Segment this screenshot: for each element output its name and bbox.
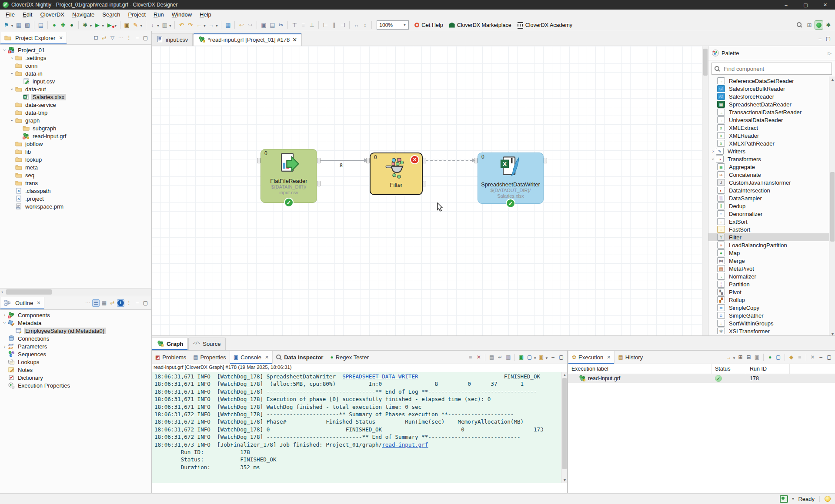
tree-item-data-out[interactable]: ›data-out bbox=[0, 85, 151, 93]
tree-item-data-in[interactable]: ›data-in bbox=[0, 70, 151, 77]
port-stub[interactable] bbox=[544, 158, 547, 163]
save-icon[interactable]: ▦ bbox=[15, 21, 23, 29]
maximize-icon[interactable]: ▢ bbox=[142, 34, 149, 42]
tree-item-lookups[interactable]: Lookups bbox=[0, 358, 151, 366]
palette-item-simplegather[interactable]: ≎SimpleGather bbox=[708, 312, 835, 319]
distribute-v-icon[interactable]: ↕ bbox=[361, 21, 369, 29]
run-server-icon[interactable]: ▶ bbox=[106, 21, 114, 29]
menu-run[interactable]: Run bbox=[150, 10, 168, 19]
clover-highlight-icon[interactable]: ◆ bbox=[788, 354, 795, 361]
dropdown-caret-icon[interactable]: ▼ bbox=[545, 356, 548, 360]
close-icon[interactable]: ✕ bbox=[607, 355, 611, 360]
redo-icon[interactable]: ↷ bbox=[186, 21, 194, 29]
palette-item-pivot[interactable]: ▚Pivot bbox=[708, 288, 835, 296]
tree-item-lib[interactable]: lib bbox=[0, 148, 151, 156]
tree-item-classpath[interactable]: X.classpath bbox=[0, 187, 151, 195]
palette-category-writers[interactable]: ›✎Writers bbox=[708, 147, 835, 155]
frames-icon[interactable]: ▥ bbox=[161, 21, 169, 29]
palette-item-salesforcebulkreader[interactable]: sfSalesforceBulkReader bbox=[708, 85, 835, 93]
new-graph-icon[interactable]: ⚑ bbox=[3, 21, 10, 29]
minimize-button[interactable]: ‒ bbox=[776, 0, 796, 10]
tab-console[interactable]: ▣Console✕ bbox=[230, 351, 273, 364]
minimize-icon[interactable]: ‒ bbox=[817, 354, 825, 361]
scrollbar-thumb[interactable] bbox=[6, 289, 52, 295]
palette-item-metapivot[interactable]: ▤MetaPivot bbox=[708, 265, 835, 272]
align-middle-icon[interactable]: ≡ bbox=[299, 21, 307, 29]
collapse-twisty-icon[interactable]: › bbox=[711, 156, 716, 162]
editor-tab-read-input-grf-project-01-178[interactable]: *read-input.grf [Project_01] #178✕ bbox=[193, 33, 302, 46]
tree-item-workspace-prm[interactable]: workspace.prm bbox=[0, 202, 151, 210]
debug-icon[interactable]: ✱ bbox=[81, 21, 89, 29]
collapse-twisty-icon[interactable]: › bbox=[10, 86, 15, 92]
palette-category-transformers[interactable]: ›◑Transformers bbox=[708, 155, 835, 163]
palette-item-transactionaldatasetreader[interactable]: →TransactionalDataSetReader bbox=[708, 108, 835, 116]
dropdown-caret-icon[interactable]: ▼ bbox=[203, 24, 206, 28]
align-bottom-icon[interactable]: ⊥ bbox=[308, 21, 316, 29]
tree-item-parameters[interactable]: ›X=YA=1Parameters bbox=[0, 342, 151, 350]
maximize-icon[interactable]: ▢ bbox=[142, 299, 149, 307]
palette-item-datasampler[interactable]: ▒DataSampler bbox=[708, 194, 835, 202]
palette-item-map[interactable]: ●Map bbox=[708, 249, 835, 257]
dropdown-caret-icon[interactable]: ▼ bbox=[533, 356, 537, 360]
menu-project[interactable]: Project bbox=[124, 10, 150, 19]
tab-properties[interactable]: ▤Properties bbox=[190, 351, 230, 364]
palette-item-concatenate[interactable]: ≋Concatenate bbox=[708, 171, 835, 179]
dropdown-caret-icon[interactable]: ▼ bbox=[89, 24, 93, 28]
palette-item-fastsort[interactable]: ↓FastSort bbox=[708, 225, 835, 233]
zoom-select[interactable]: 100%▼ bbox=[377, 20, 409, 30]
tree-item-components[interactable]: ›xComponents bbox=[0, 311, 151, 319]
scrollbar-thumb[interactable] bbox=[703, 49, 708, 76]
tree-item-metadata[interactable]: ›Metadata bbox=[0, 319, 151, 327]
tab-execution[interactable]: ✿Execution✕ bbox=[568, 351, 615, 364]
filter-view-icon[interactable]: ▽ bbox=[109, 34, 116, 42]
tree-item-read-input-grf[interactable]: xread-input.grf bbox=[0, 132, 151, 140]
server-status-icon[interactable] bbox=[780, 495, 788, 503]
focus-icon[interactable]: ⋯ bbox=[84, 299, 91, 307]
scrollbar-thumb[interactable] bbox=[830, 172, 835, 242]
palette-item-referencedatasetreader[interactable]: →ReferenceDataSetReader bbox=[708, 77, 835, 85]
tree-item-project[interactable]: X.project bbox=[0, 195, 151, 202]
console-vscrollbar[interactable]: ▲ ▼ bbox=[561, 372, 568, 483]
column-header-status[interactable]: Status bbox=[711, 364, 746, 374]
palette-item-universaldatareader[interactable]: →UniversalDataReader bbox=[708, 116, 835, 124]
palette-item-extsort[interactable]: ↓ExtSort bbox=[708, 218, 835, 225]
cloverdx-marketplace-button[interactable]: CloverDX Marketplace bbox=[449, 22, 511, 28]
dropdown-caret-icon[interactable]: ▼ bbox=[10, 24, 14, 28]
editor-tab-input-csv[interactable]: input.csv bbox=[152, 33, 193, 46]
close-icon[interactable]: ✕ bbox=[37, 300, 40, 306]
pin-console-icon[interactable]: ▣ bbox=[518, 354, 525, 361]
info-icon[interactable]: i bbox=[117, 299, 124, 307]
highlighter-icon[interactable]: ✎ bbox=[132, 21, 140, 29]
palette-item-customjavatransformer[interactable]: JCustomJavaTransformer bbox=[708, 179, 835, 186]
expand-twisty-icon[interactable]: › bbox=[710, 149, 716, 154]
view-menu-icon[interactable]: ⋮ bbox=[125, 34, 133, 42]
tab-history[interactable]: ▤History bbox=[615, 351, 646, 364]
align-left-icon[interactable]: ⊢ bbox=[321, 21, 329, 29]
tree-item-connections[interactable]: Connections bbox=[0, 335, 151, 342]
link-editor-icon[interactable]: ⇄ bbox=[100, 34, 108, 42]
chevron-down-icon[interactable]: ▼ bbox=[792, 497, 795, 501]
palette-item-merge[interactable]: ⋈Merge bbox=[708, 257, 835, 265]
minimize-icon[interactable]: ‒ bbox=[549, 354, 557, 361]
find-component-input[interactable] bbox=[723, 65, 812, 73]
palette-item-xsltransformer[interactable]: ✻XSLTransformer bbox=[708, 327, 835, 334]
palette-item-loadbalancingpartition[interactable]: »LoadBalancingPartition bbox=[708, 241, 835, 249]
terminate-icon[interactable]: ■ bbox=[467, 354, 474, 361]
expand-all-icon[interactable]: ⊞ bbox=[737, 354, 744, 361]
tree-item-notes[interactable]: Notes bbox=[0, 366, 151, 374]
palette-item-normalizer[interactable]: ≈Normalizer bbox=[708, 272, 835, 280]
scroll-left-icon[interactable]: ‹ bbox=[1, 289, 3, 294]
tree-item-input-csv[interactable]: input.csv bbox=[0, 77, 151, 85]
tree-mode-icon[interactable]: ☰ bbox=[92, 299, 100, 307]
dropdown-caret-icon[interactable]: ▼ bbox=[157, 24, 160, 28]
port-stub[interactable] bbox=[317, 181, 321, 186]
open-log-icon[interactable]: ▥ bbox=[504, 354, 512, 361]
clover-perspective-icon[interactable] bbox=[815, 20, 823, 30]
console-log[interactable]: 18:06:31,671 INFO [WatchDog_178] Spreads… bbox=[152, 372, 561, 483]
menu-help[interactable]: Help bbox=[196, 10, 215, 19]
execution-row-read-input-grf[interactable]: read-input.grf✓178 bbox=[568, 374, 835, 383]
link-editor-icon[interactable]: ⇄ bbox=[109, 299, 116, 307]
scroll-up-icon[interactable]: ▲ bbox=[563, 373, 567, 377]
tree-item-jobflow[interactable]: jobflow bbox=[0, 140, 151, 148]
scroll-down-icon[interactable]: ▼ bbox=[563, 478, 567, 482]
